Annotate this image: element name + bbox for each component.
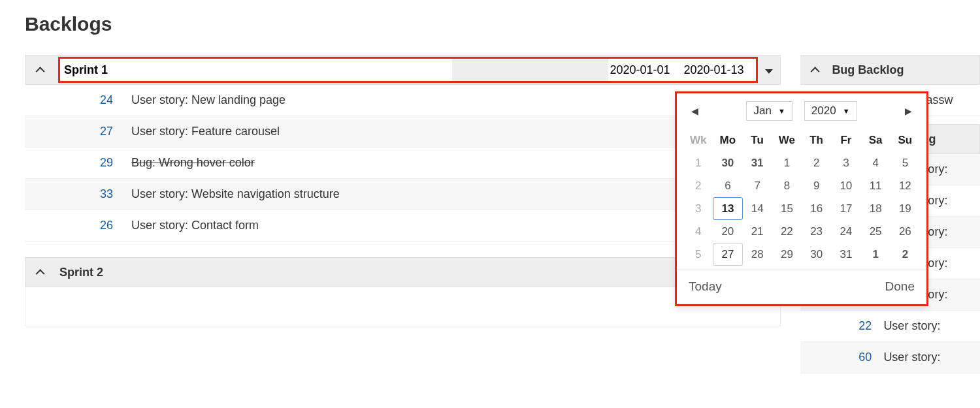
datepicker-day[interactable]: 17 bbox=[831, 197, 860, 220]
datepicker-day[interactable]: 2 bbox=[802, 151, 831, 174]
datepicker-day[interactable]: 28 bbox=[743, 243, 772, 266]
datepicker-week-header: Wk bbox=[683, 129, 713, 151]
datepicker-day[interactable]: 24 bbox=[831, 220, 860, 243]
datepicker-day-header: Tu bbox=[743, 129, 772, 151]
sprint-items: 24User story: New landing page27User sto… bbox=[25, 85, 781, 242]
backlog-item-row[interactable]: 24User story: New landing page bbox=[25, 85, 781, 116]
datepicker-done-button[interactable]: Done bbox=[885, 279, 915, 294]
datepicker-day[interactable]: 23 bbox=[802, 220, 831, 243]
datepicker-day[interactable]: 31 bbox=[831, 243, 860, 266]
sprint-menu-button[interactable] bbox=[758, 63, 780, 77]
datepicker-day[interactable]: 30 bbox=[802, 243, 831, 266]
datepicker-day-header: Sa bbox=[861, 129, 890, 151]
backlog-item-row[interactable]: 27User story: Feature carousel bbox=[25, 116, 781, 148]
datepicker-day[interactable]: 1 bbox=[861, 243, 890, 266]
datepicker-day-header: Fr bbox=[831, 129, 860, 151]
datepicker-week-number: 2 bbox=[683, 174, 713, 197]
sprint-edit-region bbox=[58, 57, 758, 83]
item-title: User story: Contact form bbox=[131, 219, 259, 232]
datepicker-day[interactable]: 3 bbox=[831, 151, 860, 174]
datepicker-day[interactable]: 20 bbox=[713, 220, 742, 243]
item-id-link[interactable]: 60 bbox=[847, 351, 883, 364]
sprint-end-date-input[interactable] bbox=[682, 59, 756, 81]
item-id-link[interactable]: 22 bbox=[847, 319, 883, 333]
item-id-link[interactable]: 27 bbox=[56, 125, 131, 138]
sprint-name-input[interactable] bbox=[60, 59, 452, 81]
datepicker-day[interactable]: 1 bbox=[772, 151, 802, 174]
datepicker-today-button[interactable]: Today bbox=[689, 279, 722, 294]
datepicker-day[interactable]: 2 bbox=[890, 243, 920, 266]
datepicker-day[interactable]: 4 bbox=[861, 151, 890, 174]
chevron-down-icon: ▼ bbox=[778, 107, 785, 115]
sprint-2: Sprint 2 bbox=[25, 257, 781, 326]
item-title: User story: bbox=[883, 351, 940, 364]
datepicker-day[interactable]: 7 bbox=[743, 174, 772, 197]
bug-backlog-title: Bug Backlog bbox=[832, 63, 904, 77]
datepicker-day[interactable]: 11 bbox=[861, 174, 890, 197]
item-id-link[interactable]: 33 bbox=[56, 187, 131, 201]
chevron-down-icon bbox=[765, 69, 773, 74]
datepicker-day[interactable]: 21 bbox=[743, 220, 772, 243]
datepicker-day[interactable]: 25 bbox=[861, 220, 890, 243]
datepicker-day-header: We bbox=[772, 129, 802, 151]
datepicker-year-label: 2020 bbox=[811, 104, 836, 118]
item-title: Bug: Wrong hover color bbox=[131, 156, 255, 170]
item-id-link[interactable]: 29 bbox=[56, 156, 131, 170]
datepicker-day[interactable]: 18 bbox=[861, 197, 890, 220]
item-id-link[interactable]: 24 bbox=[56, 93, 131, 107]
page-title: Backlogs bbox=[25, 13, 980, 35]
datepicker-day[interactable]: 19 bbox=[890, 197, 920, 220]
item-title: User story: New landing page bbox=[131, 93, 286, 107]
sprint-empty-body bbox=[25, 287, 781, 326]
datepicker-day[interactable]: 6 bbox=[713, 174, 742, 197]
datepicker-day[interactable]: 30 bbox=[713, 151, 742, 174]
datepicker-day[interactable]: 31 bbox=[743, 151, 772, 174]
datepicker-day[interactable]: 13 bbox=[713, 197, 742, 220]
datepicker-day[interactable]: 9 bbox=[802, 174, 831, 197]
datepicker-day[interactable]: 5 bbox=[890, 151, 920, 174]
item-title: User story: bbox=[883, 319, 940, 333]
backlog-item-row[interactable]: 26User story: Contact form bbox=[25, 210, 781, 242]
backlog-item-row[interactable]: 29Bug: Wrong hover color bbox=[25, 148, 781, 179]
chevron-up-icon bbox=[36, 269, 45, 278]
sprint-title: Sprint 2 bbox=[57, 266, 780, 279]
datepicker-week-number: 1 bbox=[683, 151, 713, 174]
datepicker-day[interactable]: 14 bbox=[743, 197, 772, 220]
datepicker-week-number: 4 bbox=[683, 220, 713, 243]
sprint-header: Sprint 2 bbox=[25, 257, 781, 287]
chevron-down-icon: ▼ bbox=[843, 107, 850, 115]
datepicker-week-number: 3 bbox=[683, 197, 713, 220]
item-title: User story: Website navigation structure bbox=[131, 187, 340, 201]
datepicker-day[interactable]: 8 bbox=[772, 174, 802, 197]
collapse-toggle[interactable] bbox=[25, 266, 57, 279]
backlog-item-row[interactable]: 33User story: Website navigation structu… bbox=[25, 179, 781, 210]
datepicker-day[interactable]: 16 bbox=[802, 197, 831, 220]
item-title: User story: Feature carousel bbox=[131, 125, 280, 138]
list-item[interactable]: 60User story: bbox=[800, 342, 980, 373]
sprint-start-date-input[interactable] bbox=[608, 59, 682, 81]
chevron-up-icon bbox=[36, 67, 45, 76]
datepicker-year-select[interactable]: 2020 ▼ bbox=[804, 101, 857, 121]
sprint-header-edit bbox=[25, 55, 781, 85]
item-id-link[interactable]: 26 bbox=[56, 219, 131, 232]
datepicker-day-header: Th bbox=[802, 129, 831, 151]
list-item[interactable]: 22User story: bbox=[800, 311, 980, 342]
datepicker-popup: ◀ Jan ▼ 2020 ▼ ▶ WkMoTuWeThFrSaSu1303112… bbox=[675, 91, 928, 306]
datepicker-day[interactable]: 27 bbox=[713, 243, 742, 266]
sprint-1: 24User story: New landing page27User sto… bbox=[25, 55, 781, 242]
datepicker-prev-button[interactable]: ◀ bbox=[687, 103, 702, 119]
chevron-up-icon bbox=[811, 67, 820, 76]
datepicker-day[interactable]: 12 bbox=[890, 174, 920, 197]
datepicker-next-button[interactable]: ▶ bbox=[901, 103, 916, 119]
datepicker-day[interactable]: 10 bbox=[831, 174, 860, 197]
datepicker-month-label: Jan bbox=[753, 104, 771, 118]
datepicker-day[interactable]: 29 bbox=[772, 243, 802, 266]
bug-backlog-header: Bug Backlog bbox=[800, 55, 980, 85]
datepicker-day[interactable]: 22 bbox=[772, 220, 802, 243]
datepicker-day[interactable]: 26 bbox=[890, 220, 920, 243]
collapse-toggle[interactable] bbox=[800, 63, 832, 77]
collapse-toggle[interactable] bbox=[25, 63, 57, 77]
datepicker-month-select[interactable]: Jan ▼ bbox=[746, 101, 792, 121]
datepicker-week-number: 5 bbox=[683, 243, 713, 266]
datepicker-day[interactable]: 15 bbox=[772, 197, 802, 220]
